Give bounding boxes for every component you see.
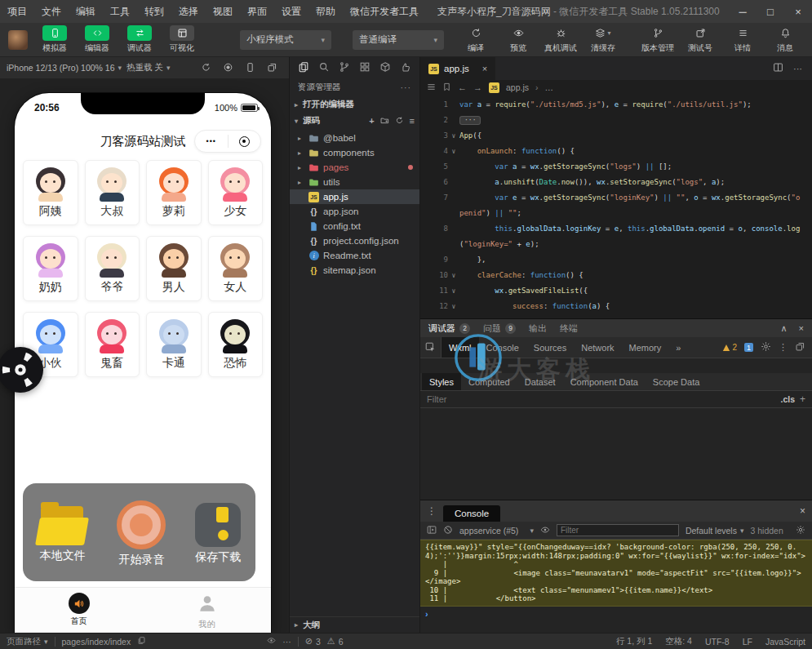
frame-icon[interactable] — [245, 62, 255, 74]
tab-profile[interactable]: 我的 — [143, 588, 271, 633]
info-count-badge[interactable]: 1 — [744, 343, 753, 352]
devtools-tab-Console[interactable]: Console — [479, 337, 526, 358]
close-tab-icon[interactable]: × — [482, 64, 487, 73]
error-count[interactable]: ⊘ 3 — [305, 636, 321, 647]
new-file-icon[interactable]: + — [369, 116, 374, 126]
forward-icon[interactable]: → — [473, 82, 482, 92]
debugger-tab-输出[interactable]: 输出 — [529, 322, 547, 335]
floating-disc-icon[interactable] — [0, 346, 44, 393]
start-record-button[interactable]: 开始录音 — [117, 500, 166, 567]
fold-icon[interactable]: ∨ — [448, 283, 459, 299]
folder-@babel[interactable]: ▸@babel — [290, 131, 419, 145]
split-editor-icon[interactable] — [773, 61, 783, 76]
more-tabs-icon[interactable]: » — [668, 337, 688, 358]
folder-utils[interactable]: ▸utils — [290, 175, 419, 189]
minimize-button[interactable]: ─ — [729, 0, 757, 23]
hamburger-icon[interactable] — [427, 82, 436, 93]
explorer-more-button[interactable]: ··· — [401, 82, 412, 92]
file-project.config.json[interactable]: {}project.config.json — [290, 233, 419, 248]
file-app.json[interactable]: {}app.json — [290, 204, 419, 219]
avatar-card[interactable]: 女人 — [208, 236, 264, 301]
toolbar-preview-button[interactable]: 预览 — [499, 25, 537, 54]
tab-home[interactable]: 首页 — [15, 588, 143, 633]
console-sidebar-icon[interactable] — [427, 525, 437, 536]
editor-more-icon[interactable]: ··· — [793, 64, 802, 73]
add-style-button[interactable]: + — [800, 393, 805, 405]
statusbar-item[interactable]: LF — [743, 636, 752, 647]
debugger-tab-问题[interactable]: 问题9 — [483, 322, 516, 335]
search-icon[interactable] — [318, 61, 330, 74]
save-download-button[interactable]: 保存下载 — [195, 503, 241, 565]
devtools-tab-Network[interactable]: Network — [574, 337, 621, 358]
devtools-tab-Sources[interactable]: Sources — [526, 337, 574, 358]
inspect-element-icon[interactable] — [420, 337, 441, 358]
warning-count[interactable]: ⚠ 6 — [327, 636, 344, 647]
minimize-capsule-button[interactable] — [229, 136, 261, 147]
menu-item[interactable]: 视图 — [206, 0, 240, 23]
devtools-tab-Wxml[interactable]: Wxml — [441, 337, 479, 358]
statusbar-more[interactable]: ··· — [282, 637, 291, 647]
fold-icon[interactable]: ∨ — [448, 128, 459, 144]
outline-section[interactable]: ▸大纲 — [290, 616, 419, 633]
menu-item[interactable]: 编辑 — [69, 0, 103, 23]
files-icon[interactable] — [298, 61, 309, 74]
statusbar-item[interactable]: 空格: 4 — [665, 636, 692, 647]
console-prompt[interactable]: › — [420, 607, 812, 621]
bookmark-icon[interactable] — [442, 82, 451, 93]
collapse-icon[interactable]: ≡ — [410, 116, 415, 126]
git-icon[interactable] — [339, 61, 350, 74]
hot-reload-selector[interactable]: 热重载 关▾ — [126, 62, 170, 73]
record-icon[interactable] — [223, 62, 233, 74]
menu-item[interactable]: 项目 — [0, 0, 34, 23]
menu-item[interactable]: 转到 — [137, 0, 171, 23]
fold-icon[interactable]: ∨ — [448, 268, 459, 283]
subtab-dataset[interactable]: Dataset — [517, 373, 563, 390]
avatar-card[interactable]: 萝莉 — [146, 160, 202, 225]
toolbar-compile-button[interactable]: 编译 — [457, 25, 495, 54]
copy-path-icon[interactable] — [137, 636, 146, 647]
avatar-card[interactable]: 奶奶 — [23, 236, 78, 301]
subtab-computed[interactable]: Computed — [461, 373, 517, 390]
menu-item[interactable]: 设置 — [274, 0, 308, 23]
fold-icon[interactable]: ∨ — [448, 144, 459, 159]
toolbar-editor-button[interactable]: 编辑器 — [78, 25, 116, 54]
toolbar-visualizer-button[interactable]: 可视化 — [163, 25, 201, 54]
warning-count-badge[interactable]: 2 — [722, 343, 737, 352]
context-selector[interactable]: appservice (#5)▾ — [459, 526, 534, 536]
avatar-card[interactable]: 男人 — [146, 236, 202, 301]
menu-item[interactable]: 微信开发者工具 — [343, 0, 426, 23]
folder-components[interactable]: ▸components — [290, 145, 419, 160]
code-area[interactable]: 1var a = require("./utils/md5.js"), e = … — [420, 95, 812, 318]
file-app.js[interactable]: JSapp.js — [290, 189, 419, 204]
avatar-card[interactable]: 少女 — [208, 160, 264, 225]
package-icon[interactable] — [379, 61, 391, 74]
open-editors-section[interactable]: ▸打开的编辑器 — [290, 96, 419, 113]
log-levels-selector[interactable]: Default levels▾ — [686, 526, 744, 536]
user-avatar[interactable] — [8, 30, 28, 50]
avatar-card[interactable]: 鬼畜 — [85, 312, 140, 377]
subtab-styles[interactable]: Styles — [422, 373, 461, 390]
source-section[interactable]: ▾源码 +≡ — [290, 113, 419, 129]
clear-console-icon[interactable] — [443, 525, 453, 536]
menu-item[interactable]: 帮助 — [308, 0, 343, 23]
local-files-button[interactable]: 本地文件 — [38, 505, 88, 563]
mode-dropdown[interactable]: 小程序模式▾ — [240, 30, 331, 50]
menu-item[interactable]: 工具 — [103, 0, 137, 23]
fold-icon[interactable]: ∨ — [448, 299, 459, 314]
more-menu-button[interactable]: ••• — [195, 137, 228, 145]
popout-icon[interactable] — [795, 341, 805, 353]
gear-icon[interactable] — [761, 341, 771, 353]
avatar-card[interactable]: 恐怖 — [208, 312, 264, 377]
breadcrumb-more[interactable]: … — [545, 82, 554, 92]
device-selector[interactable]: iPhone 12/13 (Pro) 100% 16▾ — [7, 63, 122, 73]
console-filter-input[interactable] — [557, 524, 679, 536]
toolbar-details-button[interactable]: 详情 — [724, 25, 761, 54]
wxml-tree-area[interactable] — [420, 358, 812, 373]
toolbar-clear-cache-button[interactable]: ▾清缓存 — [584, 25, 622, 54]
popout-icon[interactable] — [267, 62, 277, 74]
close-panel-icon[interactable]: × — [799, 323, 804, 334]
collapse-panel-icon[interactable]: ∧ — [781, 323, 788, 334]
subtab-component-data[interactable]: Component Data — [563, 373, 646, 390]
toolbar-debugger-button[interactable]: 调试器 — [121, 25, 158, 54]
close-button[interactable]: × — [784, 0, 812, 23]
